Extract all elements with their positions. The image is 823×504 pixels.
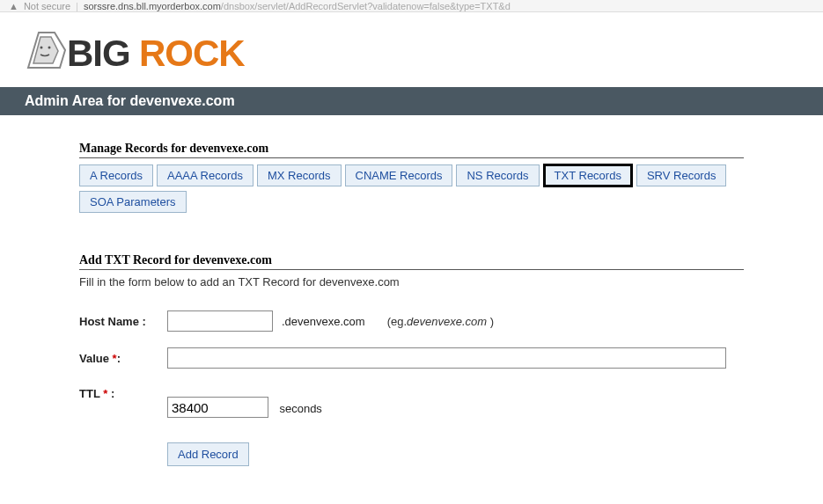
record-type-tabs: A RecordsAAAA RecordsMX RecordsCNAME Rec…	[79, 164, 744, 216]
tab-soa-parameters[interactable]: SOA Parameters	[79, 191, 187, 213]
hostname-label: Host Name :	[79, 315, 167, 328]
hostname-input[interactable]	[167, 310, 273, 332]
value-row: Value *:	[79, 347, 744, 369]
url-path: /dnsbox/servlet/AddRecordServlet?validat…	[221, 1, 511, 11]
svg-point-1	[48, 46, 51, 48]
hostname-suffix: .devenvexe.com	[282, 315, 365, 328]
svg-text:BIG: BIG	[67, 33, 130, 74]
security-label: Not secure	[24, 1, 70, 11]
url-host: sorssre.dns.bll.myorderbox.com	[84, 1, 221, 11]
add-record-header: Add TXT Record for devenvexe.com	[79, 253, 744, 270]
page-title-bar: Admin Area for devenvexe.com	[0, 87, 823, 115]
ttl-row: TTL * : seconds	[79, 384, 744, 418]
hostname-example: (eg.devenvexe.com )	[387, 315, 494, 328]
tab-txt-records[interactable]: TXT Records	[543, 164, 633, 187]
tab-aaaa-records[interactable]: AAAA Records	[157, 164, 254, 186]
ttl-input[interactable]	[167, 397, 268, 418]
add-record-button[interactable]: Add Record	[167, 442, 249, 466]
hostname-row: Host Name : .devenvexe.com (eg.devenvexe…	[79, 310, 744, 332]
warning-icon: ▲	[9, 1, 18, 11]
bigrock-logo: BIG ROCK	[12, 19, 276, 81]
svg-point-0	[40, 46, 43, 48]
ttl-unit: seconds	[279, 402, 321, 415]
value-input[interactable]	[167, 347, 726, 369]
tab-ns-records[interactable]: NS Records	[456, 164, 539, 186]
ttl-label: TTL * :	[79, 384, 167, 400]
tab-cname-records[interactable]: CNAME Records	[345, 164, 453, 186]
tab-mx-records[interactable]: MX Records	[257, 164, 342, 186]
logo-area: BIG ROCK	[0, 12, 823, 87]
submit-row: Add Record	[167, 442, 744, 466]
url-bar: ▲ Not secure | sorssre.dns.bll.myorderbo…	[0, 0, 823, 12]
svg-text:ROCK: ROCK	[139, 33, 245, 74]
manage-records-header: Manage Records for devenvexe.com	[79, 142, 744, 158]
value-label: Value *:	[79, 352, 167, 365]
form-instruction: Fill in the form below to add an TXT Rec…	[79, 275, 744, 289]
tab-a-records[interactable]: A Records	[79, 164, 153, 186]
tab-srv-records[interactable]: SRV Records	[636, 164, 727, 186]
page-title: Admin Area for devenvexe.com	[25, 93, 235, 108]
